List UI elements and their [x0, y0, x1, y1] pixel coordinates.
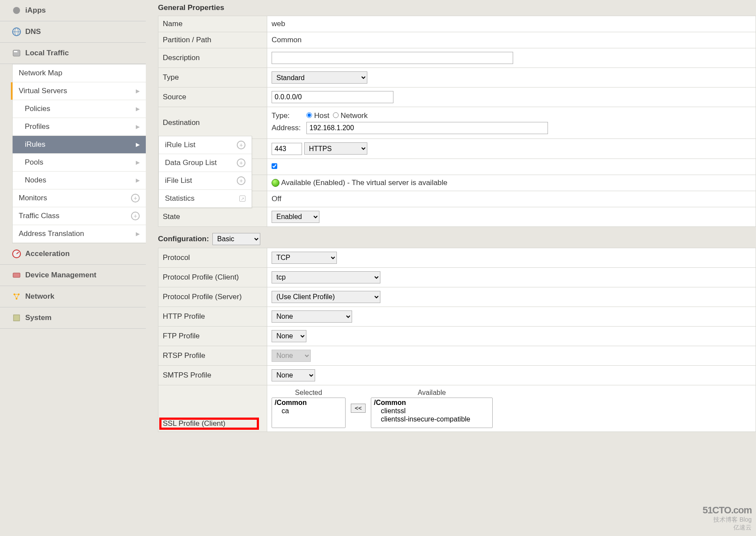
source-input[interactable] [272, 91, 393, 103]
row-source: Source [158, 88, 756, 107]
service-proto-select[interactable]: HTTPS [304, 142, 367, 155]
flyout-ifile-list-label: iFile List [165, 176, 192, 185]
nav-dns-label: DNS [25, 27, 41, 36]
dns-icon [12, 27, 21, 36]
ftp-profile-select[interactable]: None [272, 330, 306, 342]
svg-point-0 [13, 7, 20, 14]
off-text: Off [267, 191, 756, 207]
row-type: TypeStandard [158, 68, 756, 88]
subnav-profiles-label: Profiles [25, 122, 50, 131]
chevron-right-icon: ▶ [136, 177, 140, 183]
label-pprof-client: Protocol Profile (Client) [158, 267, 267, 287]
dest-type-network[interactable]: Network [333, 111, 368, 120]
config-mode-select[interactable]: Basic [212, 233, 260, 245]
plus-icon[interactable]: + [131, 212, 140, 220]
nav-acceleration[interactable]: Acceleration [0, 243, 146, 265]
nav-system[interactable]: System [0, 307, 146, 329]
type-select[interactable]: Standard [272, 71, 367, 84]
plus-icon[interactable]: + [131, 194, 140, 202]
subnav-irules[interactable]: iRules▶ [13, 136, 146, 154]
flyout-statistics[interactable]: Statistics↗ [159, 190, 252, 208]
iapps-icon [12, 6, 21, 15]
nav-dns[interactable]: DNS [0, 21, 146, 43]
subnav-policies[interactable]: Policies▶ [13, 100, 146, 118]
protocol-select[interactable]: TCP [272, 252, 337, 264]
description-input[interactable] [272, 52, 513, 64]
row-http: HTTP ProfileNone [158, 307, 756, 326]
service-port-input[interactable] [272, 143, 302, 155]
dest-type-host-radio[interactable] [306, 112, 312, 118]
subnav-address-translation[interactable]: Address Translation▶ [13, 225, 146, 243]
value-name: web [267, 16, 756, 32]
smtps-profile-select[interactable]: None [272, 369, 315, 381]
flyout-data-group-list[interactable]: Data Group List+ [159, 154, 252, 172]
subnav-profiles[interactable]: Profiles▶ [13, 118, 146, 136]
row-ssl-client: SSL Profile (Client) Selected /Common ca… [158, 385, 756, 431]
nav-device-management[interactable]: Device Management [0, 265, 146, 286]
subnav-network-map[interactable]: Network Map [13, 64, 146, 82]
flyout-statistics-label: Statistics [165, 194, 195, 203]
row-smtps: SMTPS ProfileNone [158, 365, 756, 385]
subnav-monitors[interactable]: Monitors+ [13, 189, 146, 207]
ssl-client-dual-list: Selected /Common ca << Available [272, 389, 751, 428]
status-available-icon [272, 179, 279, 187]
label-state: State [158, 207, 267, 226]
label-smtps: SMTPS Profile [158, 365, 267, 385]
nav-network-label: Network [25, 292, 54, 301]
plus-icon[interactable]: + [237, 158, 245, 167]
nav-local-traffic[interactable]: Local Traffic [0, 43, 146, 64]
rtsp-profile-select: None [272, 350, 311, 362]
plus-icon[interactable]: + [237, 176, 245, 185]
nav-network[interactable]: Network [0, 286, 146, 307]
label-http: HTTP Profile [158, 307, 267, 326]
dest-type-network-radio[interactable] [333, 112, 339, 118]
pprof-client-select[interactable]: tcp [272, 271, 380, 283]
subnav-nodes[interactable]: Nodes▶ [13, 172, 146, 189]
subnav-nodes-label: Nodes [25, 176, 46, 185]
chevron-right-icon: ▶ [136, 231, 140, 237]
svg-rect-5 [14, 51, 17, 52]
nav-iapps[interactable]: iApps [0, 0, 146, 21]
dest-type-host[interactable]: Host [306, 111, 329, 120]
popout-icon: ↗ [239, 196, 245, 202]
label-ssl-client: SSL Profile (Client) [163, 419, 225, 428]
flyout-irule-list-label: iRule List [165, 141, 195, 149]
state-select[interactable]: Enabled [272, 211, 319, 223]
subnav-virtual-servers-label: Virtual Servers [19, 87, 67, 95]
label-destination: Destination [158, 107, 267, 139]
chevron-right-icon: ▶ [136, 142, 140, 148]
irules-flyout: iRule List+ Data Group List+ iFile List+… [158, 136, 252, 208]
flyout-irule-list[interactable]: iRule List+ [159, 136, 252, 154]
subnav-monitors-label: Monitors [19, 194, 47, 202]
subnav-pools[interactable]: Pools▶ [13, 154, 146, 172]
available-col-title: Available [371, 389, 493, 398]
local-traffic-subnav: Network Map Virtual Servers▶ Policies▶ P… [12, 64, 146, 243]
pprof-server-select[interactable]: (Use Client Profile) [272, 291, 380, 303]
status-text: Available (Enabled) - The virtual server… [281, 179, 447, 187]
general-properties-title: General Properties [158, 0, 756, 16]
row-protocol: ProtocolTCP [158, 248, 756, 267]
unnamed-checkbox[interactable] [272, 163, 277, 169]
nav-local-traffic-label: Local Traffic [25, 49, 69, 57]
chevron-right-icon: ▶ [136, 124, 140, 130]
configuration-table: ProtocolTCP Protocol Profile (Client)tcp… [158, 248, 756, 432]
subnav-traffic-class[interactable]: Traffic Class+ [13, 207, 146, 225]
row-name: Nameweb [158, 16, 756, 32]
flyout-data-group-list-label: Data Group List [165, 158, 217, 167]
row-state: StateEnabled [158, 207, 756, 226]
dest-type-label: Type: [272, 111, 303, 120]
row-description: Description [158, 48, 756, 68]
ssl-selected-list[interactable]: /Common ca [272, 398, 346, 428]
row-rtsp: RTSP ProfileNone [158, 346, 756, 365]
ssl-available-list[interactable]: /Common clientssl clientssl-insecure-com… [371, 398, 493, 428]
dest-address-input[interactable] [306, 122, 548, 134]
http-profile-select[interactable]: None [272, 310, 352, 323]
nav-iapps-label: iApps [25, 6, 46, 15]
subnav-virtual-servers[interactable]: Virtual Servers▶ [13, 82, 146, 100]
move-left-button[interactable]: << [351, 404, 366, 413]
subnav-irules-label: iRules [25, 140, 45, 149]
row-ftp: FTP ProfileNone [158, 326, 756, 346]
plus-icon[interactable]: + [237, 141, 245, 149]
flyout-ifile-list[interactable]: iFile List+ [159, 172, 252, 190]
label-pprof-server: Protocol Profile (Server) [158, 287, 267, 307]
